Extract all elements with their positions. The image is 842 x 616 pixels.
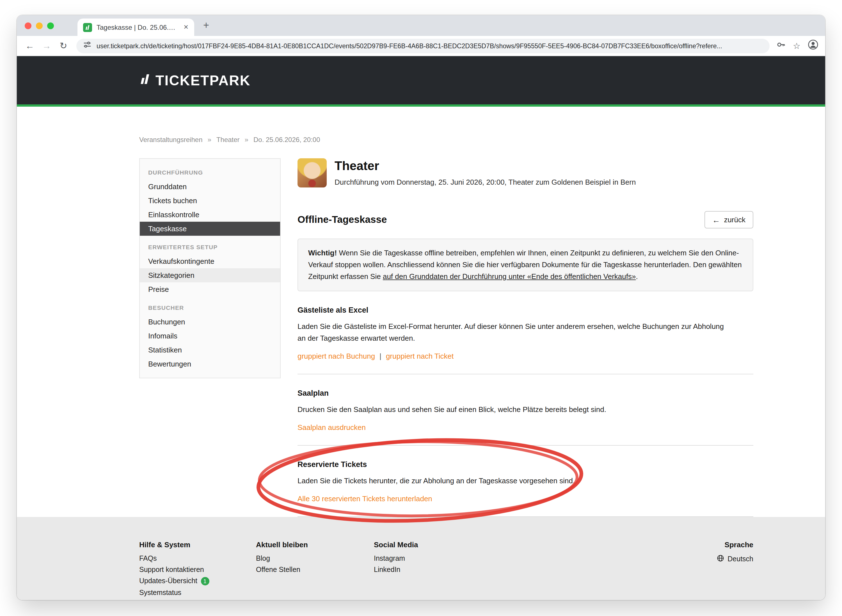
footer-column-news: Aktuell bleiben Blog Offene Stellen: [256, 541, 374, 600]
notice-grunddaten-link[interactable]: auf den Grunddaten der Durchführung unte…: [383, 272, 636, 280]
guest-list-title: Gästeliste als Excel: [298, 306, 753, 315]
footer-column-language: Sprache Deutsch: [717, 541, 753, 600]
section-divider: [298, 516, 753, 517]
footer-link-jobs[interactable]: Offene Stellen: [256, 566, 374, 573]
sidebar-item-grunddaten[interactable]: Grunddaten: [140, 180, 280, 194]
event-header: Theater Durchführung vom Donnerstag, 25.…: [298, 158, 753, 188]
zoom-window-button[interactable]: [47, 22, 54, 29]
close-window-button[interactable]: [25, 22, 31, 29]
section-divider: [298, 445, 753, 446]
site-footer: Hilfe & System FAQs Support kontaktieren…: [17, 517, 825, 600]
sidebar-item-infomails[interactable]: Infomails: [140, 329, 280, 343]
globe-icon: [717, 554, 724, 563]
sidebar-item-einlasskontrolle[interactable]: Einlasskontrolle: [140, 208, 280, 222]
ticketpark-logo-mark-icon: [139, 72, 150, 88]
site-header: TICKETPARK: [17, 56, 825, 107]
sidebar-item-bewertungen[interactable]: Bewertungen: [140, 357, 280, 371]
footer-link-linkedin[interactable]: LinkedIn: [374, 566, 717, 573]
sidebar-item-preise[interactable]: Preise: [140, 282, 280, 296]
back-nav-icon[interactable]: ←: [23, 41, 36, 51]
sidebar-item-buchungen[interactable]: Buchungen: [140, 315, 280, 329]
event-title: Theater: [334, 159, 636, 173]
tab-title: Tageskasse | Do. 25.06.2026: [97, 23, 179, 31]
bookmark-star-icon[interactable]: ☆: [793, 41, 801, 50]
profile-avatar-icon[interactable]: [808, 39, 819, 52]
page-title: Offline-Tageskasse: [298, 214, 387, 226]
footer-news-title: Aktuell bleiben: [256, 541, 374, 549]
breadcrumb-separator: »: [208, 136, 211, 144]
address-bar[interactable]: user.ticketpark.ch/de/ticketing/host/017…: [76, 38, 769, 53]
back-button[interactable]: ← zurück: [704, 211, 753, 229]
seating-plan-section: Saalplan Drucken Sie den Saalplan aus un…: [298, 389, 753, 445]
main-content: Theater Durchführung vom Donnerstag, 25.…: [298, 158, 753, 517]
download-reserved-tickets-link[interactable]: Alle 30 reservierten Tickets herunterlad…: [298, 494, 432, 503]
back-button-label: zurück: [724, 216, 745, 224]
footer-link-blog[interactable]: Blog: [256, 554, 374, 562]
print-seating-plan-link[interactable]: Saalplan ausdrucken: [298, 423, 366, 432]
language-selector[interactable]: Deutsch: [717, 554, 753, 563]
language-value: Deutsch: [728, 555, 753, 563]
omnibox-actions: ☆: [776, 39, 819, 52]
breadcrumb-separator: »: [245, 136, 248, 144]
footer-link-updates-label: Updates-Übersicht: [139, 577, 197, 585]
breadcrumb-item-event[interactable]: Theater: [216, 136, 240, 144]
reserved-tickets-title: Reservierte Tickets: [298, 460, 753, 469]
guest-list-description: Laden Sie die Gästeliste im Excel-Format…: [298, 321, 730, 344]
event-avatar-image: [298, 158, 327, 188]
browser-tab[interactable]: Tageskasse | Do. 25.06.2026 ✕: [78, 19, 194, 36]
breadcrumb: Veranstaltungsreihen » Theater » Do. 25.…: [139, 136, 753, 144]
sidebar-section-erweitertes-setup: ERWEITERTES SETUP: [140, 236, 280, 254]
browser-window: Tageskasse | Do. 25.06.2026 ✕ + ← → ↻ us…: [17, 15, 825, 600]
url-text[interactable]: user.ticketpark.ch/de/ticketing/host/017…: [97, 42, 763, 49]
footer-link-systemstatus[interactable]: Systemstatus: [139, 589, 256, 597]
sidebar-item-tickets-buchen[interactable]: Tickets buchen: [140, 194, 280, 208]
forward-nav-icon[interactable]: →: [40, 41, 53, 51]
footer-link-faqs[interactable]: FAQs: [139, 554, 256, 562]
grouped-by-booking-link[interactable]: gruppiert nach Buchung: [298, 352, 375, 360]
grouped-by-ticket-link[interactable]: gruppiert nach Ticket: [386, 352, 453, 360]
reserved-tickets-section: Reservierte Tickets Laden Sie die Ticket…: [298, 460, 753, 517]
sidebar-item-tageskasse[interactable]: Tageskasse: [140, 222, 280, 236]
link-separator: |: [380, 352, 381, 360]
footer-language-title: Sprache: [717, 541, 753, 549]
footer-link-updates[interactable]: Updates-Übersicht 1: [139, 577, 256, 585]
breadcrumb-item-show: Do. 25.06.2026, 20:00: [254, 136, 320, 144]
reserved-tickets-description: Laden Sie die Tickets herunter, die zur …: [298, 475, 730, 487]
footer-help-title: Hilfe & System: [139, 541, 256, 549]
section-divider: [298, 374, 753, 374]
footer-link-instagram[interactable]: Instagram: [374, 554, 717, 562]
sidebar-nav: DURCHFÜHRUNG Grunddaten Tickets buchen E…: [139, 158, 281, 378]
new-tab-button[interactable]: +: [203, 20, 209, 31]
important-notice-box: Wichtig! Wenn Sie die Tageskasse offline…: [298, 239, 753, 292]
site-page: TICKETPARK Veranstaltungsreihen » Theate…: [17, 56, 825, 600]
sidebar-item-statistiken[interactable]: Statistiken: [140, 343, 280, 357]
sidebar-section-besucher: BESUCHER: [140, 296, 280, 315]
page-content: Veranstaltungsreihen » Theater » Do. 25.…: [17, 107, 825, 517]
footer-social-title: Social Media: [374, 541, 717, 549]
notice-text-end: .: [636, 272, 638, 280]
sidebar-section-durchfuehrung: DURCHFÜHRUNG: [140, 161, 280, 180]
seating-plan-description: Drucken Sie den Saalplan aus und sehen S…: [298, 404, 730, 415]
event-subtitle: Durchführung vom Donnerstag, 25. Juni 20…: [334, 178, 636, 186]
ticketpark-logo-text: TICKETPARK: [155, 72, 251, 88]
guest-list-section: Gästeliste als Excel Laden Sie die Gäste…: [298, 306, 753, 374]
minimize-window-button[interactable]: [36, 22, 43, 29]
site-info-icon[interactable]: [83, 40, 91, 51]
sidebar-item-verkaufskontingente[interactable]: Verkaufskontingente: [140, 254, 280, 268]
window-controls: [25, 22, 54, 29]
tab-close-icon[interactable]: ✕: [183, 23, 189, 31]
footer-column-social: Social Media Instagram LinkedIn: [374, 541, 717, 600]
footer-column-help: Hilfe & System FAQs Support kontaktieren…: [139, 541, 256, 600]
updates-count-badge: 1: [201, 577, 209, 585]
notice-lead: Wichtig!: [308, 249, 337, 257]
browser-toolbar: ← → ↻ user.ticketpark.ch/de/ticketing/ho…: [17, 36, 825, 56]
back-arrow-icon: ←: [712, 216, 720, 224]
reload-icon[interactable]: ↻: [57, 40, 70, 51]
breadcrumb-item-series[interactable]: Veranstaltungsreihen: [139, 136, 202, 144]
browser-tab-strip: Tageskasse | Do. 25.06.2026 ✕ +: [17, 15, 825, 36]
sidebar-item-sitzkategorien[interactable]: Sitzkategorien: [140, 268, 280, 282]
ticketpark-favicon-icon: [83, 23, 92, 32]
footer-link-support[interactable]: Support kontaktieren: [139, 566, 256, 573]
ticketpark-logo[interactable]: TICKETPARK: [139, 72, 251, 88]
password-key-icon[interactable]: [776, 40, 786, 51]
